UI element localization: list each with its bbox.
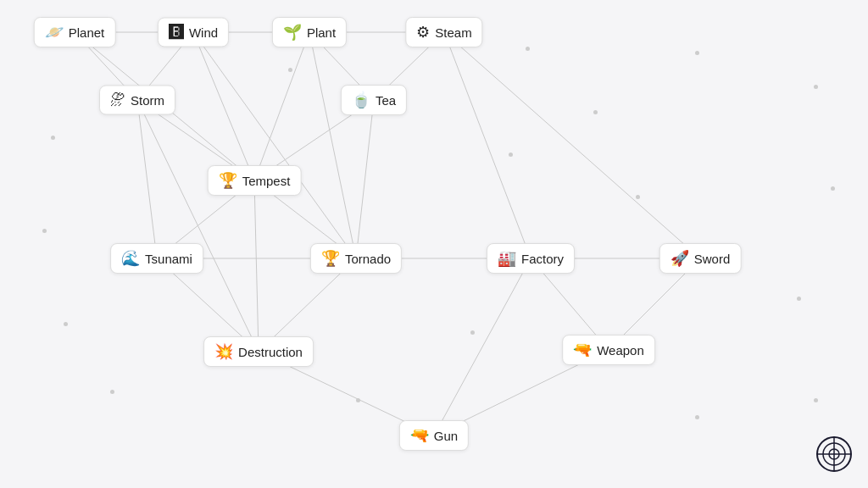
sword-icon: 🚀 [670, 249, 689, 268]
decorative-dot [356, 398, 360, 402]
node-destruction[interactable]: 💥Destruction [203, 336, 314, 367]
decorative-dot [695, 415, 699, 419]
wind-label: Wind [189, 25, 218, 40]
tsunami-icon: 🌊 [121, 249, 140, 268]
decorative-dot [51, 136, 55, 140]
factory-label: Factory [521, 252, 564, 266]
tornado-icon: 🏆 [321, 249, 340, 268]
gun-icon: 🔫 [410, 426, 429, 445]
node-weapon[interactable]: 🔫Weapon [562, 335, 655, 365]
node-plant[interactable]: 🌱Plant [272, 17, 347, 47]
decorative-dot [110, 390, 114, 394]
game-logo [815, 435, 853, 473]
decorative-dot [593, 110, 598, 114]
decorative-dot [636, 195, 640, 199]
destruction-icon: 💥 [214, 342, 233, 361]
storm-label: Storm [131, 93, 164, 108]
decorative-dot [288, 68, 292, 72]
storm-icon: ⛈ [110, 92, 125, 109]
tea-icon: 🍵 [352, 91, 370, 109]
tempest-icon: 🏆 [219, 171, 237, 190]
decorative-dot [509, 152, 513, 157]
tornado-label: Tornado [345, 252, 391, 266]
plant-icon: 🌱 [283, 23, 302, 42]
steam-icon: ⚙ [416, 23, 430, 42]
node-tsunami[interactable]: 🌊Tsunami [110, 243, 203, 274]
decorative-dot [797, 297, 801, 301]
destruction-label: Destruction [238, 345, 303, 359]
wind-icon: 🅱 [169, 24, 184, 42]
node-tempest[interactable]: 🏆Tempest [208, 165, 302, 196]
decorative-dot [695, 51, 699, 55]
planet-icon: 🪐 [45, 23, 64, 42]
node-sword[interactable]: 🚀Sword [659, 243, 742, 274]
weapon-icon: 🔫 [573, 341, 592, 359]
decorative-dot [526, 47, 530, 51]
decorative-dot [470, 330, 475, 335]
tea-label: Tea [376, 93, 396, 108]
tsunami-label: Tsunami [145, 252, 192, 266]
node-wind[interactable]: 🅱Wind [158, 18, 229, 47]
node-planet[interactable]: 🪐Planet [34, 17, 116, 47]
decorative-dot [814, 398, 818, 402]
decorative-dot [814, 85, 818, 89]
tempest-label: Tempest [242, 174, 291, 188]
sword-label: Sword [694, 252, 731, 266]
node-steam[interactable]: ⚙Steam [405, 17, 482, 47]
decorative-dot [64, 322, 68, 326]
gun-label: Gun [434, 429, 458, 443]
factory-icon: 🏭 [498, 249, 516, 268]
node-tea[interactable]: 🍵Tea [341, 85, 407, 115]
node-gun[interactable]: 🔫Gun [399, 420, 469, 451]
plant-label: Plant [307, 25, 336, 40]
steam-label: Steam [435, 25, 471, 40]
decorative-dot [42, 229, 47, 233]
node-storm[interactable]: ⛈Storm [99, 86, 175, 115]
weapon-label: Weapon [597, 343, 644, 358]
node-factory[interactable]: 🏭Factory [487, 243, 575, 274]
planet-label: Planet [69, 25, 105, 40]
node-tornado[interactable]: 🏆Tornado [310, 243, 402, 274]
decorative-dot [831, 186, 835, 191]
